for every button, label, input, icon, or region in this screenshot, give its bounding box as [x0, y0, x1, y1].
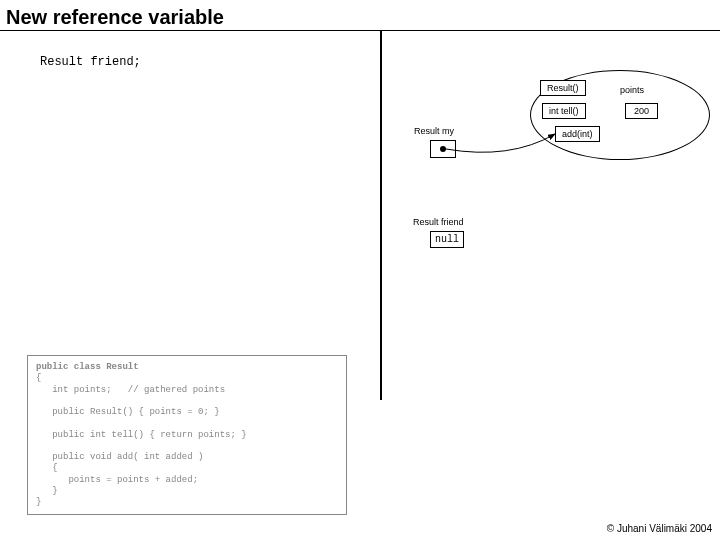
ref-dot-my: [440, 146, 446, 152]
code-l3: int points; // gathered points: [36, 385, 225, 395]
code-l2: {: [36, 373, 41, 383]
page-title: New reference variable: [6, 6, 224, 29]
vertical-divider: [380, 30, 382, 400]
code-l12: }: [36, 486, 58, 496]
code-l13: }: [36, 497, 41, 507]
class-code-box: public class Result { int points; // gat…: [27, 355, 347, 515]
declaration-code: Result friend;: [40, 55, 141, 69]
title-underline: [0, 30, 720, 31]
var-label-friend: Result friend: [413, 217, 464, 227]
field-label-points: points: [620, 85, 644, 95]
constructor-box: Result(): [540, 80, 586, 96]
add-method-box: add(int): [555, 126, 600, 142]
code-l10: {: [36, 463, 58, 473]
copyright-footer: © Juhani Välimäki 2004: [607, 523, 712, 534]
tell-method-box: int tell(): [542, 103, 586, 119]
field-value-points: 200: [625, 103, 658, 119]
code-l5: public Result() { points = 0; }: [36, 407, 220, 417]
class-name: Result: [106, 362, 138, 372]
code-l7: public int tell() { return points; }: [36, 430, 247, 440]
var-label-my: Result my: [414, 126, 454, 136]
null-box-friend: null: [430, 231, 464, 248]
kw-public-class: public class: [36, 362, 106, 372]
code-l11: points = points + added;: [36, 475, 198, 485]
code-l9: public void add( int added ): [36, 452, 203, 462]
